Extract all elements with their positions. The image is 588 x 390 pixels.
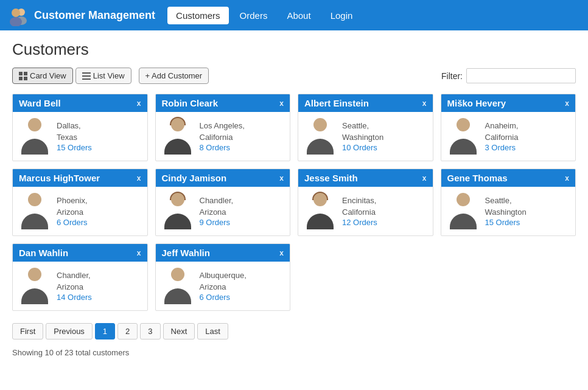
- customer-name: Miško Hevery: [447, 98, 506, 108]
- svg-rect-4: [19, 72, 23, 75]
- add-customer-button[interactable]: + Add Customer: [139, 68, 209, 84]
- close-icon[interactable]: x: [137, 249, 141, 257]
- customer-card: Cindy Jamison x Chandler,Arizona 9 Order…: [155, 169, 291, 236]
- nav-about[interactable]: About: [278, 7, 319, 24]
- customer-orders[interactable]: 6 Orders: [57, 218, 141, 227]
- avatar: [19, 118, 51, 155]
- filter-label: Filter:: [441, 71, 463, 81]
- customer-name: Gene Thomas: [447, 173, 508, 183]
- customer-orders[interactable]: 15 Orders: [57, 143, 141, 152]
- customer-card: Miško Hevery x Anaheim,California 3 Orde…: [441, 94, 576, 161]
- svg-rect-8: [82, 72, 91, 74]
- card-body: Encinitas,California 12 Orders: [298, 187, 433, 235]
- customer-orders[interactable]: 14 Orders: [57, 293, 141, 302]
- prev-page-button[interactable]: Previous: [46, 323, 93, 340]
- pagination: First Previous 1 2 3 Next Last: [12, 323, 576, 340]
- list-icon: [82, 72, 91, 80]
- customer-name: Ward Bell: [19, 98, 61, 108]
- close-icon[interactable]: x: [565, 174, 569, 183]
- list-view-button[interactable]: List View: [75, 68, 131, 84]
- page-2-button[interactable]: 2: [117, 323, 138, 340]
- customer-orders[interactable]: 9 Orders: [200, 218, 284, 227]
- card-header: Ward Bell x: [13, 94, 147, 112]
- card-view-button[interactable]: Card View: [12, 68, 73, 84]
- card-header: Gene Thomas x: [441, 169, 576, 187]
- last-page-button[interactable]: Last: [197, 323, 228, 340]
- close-icon[interactable]: x: [422, 99, 427, 108]
- customer-info: Chandler,Arizona 9 Orders: [200, 195, 284, 226]
- svg-rect-5: [24, 72, 27, 75]
- avatar: [19, 268, 51, 304]
- customer-location: Dallas,Texas: [57, 120, 141, 142]
- page-title: Customers: [12, 40, 576, 59]
- avatar: [162, 268, 194, 304]
- customer-card: Albert Einstein x Seattle,Washington 10 …: [298, 94, 433, 161]
- svg-rect-6: [19, 77, 23, 80]
- close-icon[interactable]: x: [422, 174, 427, 183]
- card-body: Los Angeles,California 8 Orders: [156, 112, 290, 161]
- app-title: Customer Management: [34, 9, 155, 22]
- customer-orders[interactable]: 8 Orders: [200, 143, 284, 152]
- nav-customers[interactable]: Customers: [167, 7, 229, 24]
- customer-card: Gene Thomas x Seattle,Washington 15 Orde…: [441, 169, 576, 236]
- card-body: Albuquerque,Arizona 6 Orders: [156, 262, 290, 310]
- svg-rect-7: [24, 77, 27, 80]
- customer-location: Albuquerque,Arizona: [200, 270, 284, 292]
- card-body: Chandler,Arizona 9 Orders: [156, 187, 290, 235]
- card-body: Phoenix,Arizona 6 Orders: [13, 187, 147, 235]
- customer-card: Ward Bell x Dallas,Texas 15 Orders: [12, 94, 148, 161]
- customer-info: Albuquerque,Arizona 6 Orders: [200, 270, 284, 301]
- navbar: Customer Management Customers Orders Abo…: [0, 0, 588, 30]
- card-header: Jesse Smith x: [298, 169, 433, 187]
- customer-card: Jeff Wahlin x Albuquerque,Arizona 6 Orde…: [155, 243, 291, 311]
- svg-point-2: [12, 9, 20, 17]
- card-body: Dallas,Texas 15 Orders: [13, 112, 147, 161]
- page-content: Customers Card View List View + Add Cust…: [0, 30, 588, 367]
- customer-orders[interactable]: 10 Orders: [342, 143, 427, 152]
- customer-card: Marcus HighTower x Phoenix,Arizona 6 Ord…: [12, 169, 148, 236]
- nav-login[interactable]: Login: [322, 7, 362, 24]
- card-header: Miško Hevery x: [441, 94, 576, 112]
- customer-orders[interactable]: 12 Orders: [342, 218, 427, 227]
- customer-card: Dan Wahlin x Chandler,Arizona 14 Orders: [12, 243, 148, 311]
- customer-location: Seattle,Washington: [485, 195, 570, 217]
- customer-orders[interactable]: 15 Orders: [485, 218, 570, 227]
- customer-info: Encinitas,California 12 Orders: [342, 195, 427, 226]
- next-page-button[interactable]: Next: [163, 323, 195, 340]
- customer-name: Marcus HighTower: [19, 173, 100, 183]
- card-header: Jeff Wahlin x: [156, 244, 290, 262]
- page-1-button[interactable]: 1: [95, 323, 115, 340]
- card-header: Marcus HighTower x: [13, 169, 147, 187]
- customer-name: Cindy Jamison: [162, 173, 227, 183]
- close-icon[interactable]: x: [137, 174, 141, 183]
- svg-rect-10: [82, 78, 91, 80]
- status-text: Showing 10 of 23 total customers: [12, 348, 576, 357]
- filter-section: Filter:: [441, 68, 576, 83]
- customer-info: Seattle,Washington 10 Orders: [342, 120, 427, 151]
- close-icon[interactable]: x: [279, 249, 284, 257]
- customer-card: Robin Cleark x Los Angeles,California 8 …: [155, 94, 291, 161]
- avatar: [304, 193, 336, 229]
- grid-icon: [19, 72, 27, 80]
- close-icon[interactable]: x: [279, 99, 284, 108]
- nav-links: Customers Orders About Login: [167, 7, 361, 24]
- close-icon[interactable]: x: [279, 174, 284, 183]
- customer-orders[interactable]: 6 Orders: [200, 293, 284, 302]
- customer-info: Phoenix,Arizona 6 Orders: [57, 195, 141, 226]
- customer-orders[interactable]: 3 Orders: [485, 143, 570, 152]
- page-3-button[interactable]: 3: [140, 323, 160, 340]
- card-header: Dan Wahlin x: [13, 244, 147, 262]
- nav-orders[interactable]: Orders: [231, 7, 276, 24]
- customer-card: Jesse Smith x Encinitas,California 12 Or…: [298, 169, 433, 236]
- customer-info: Los Angeles,California 8 Orders: [200, 120, 284, 151]
- card-body: Seattle,Washington 15 Orders: [441, 187, 576, 235]
- customer-location: Seattle,Washington: [342, 120, 427, 142]
- card-body: Anaheim,California 3 Orders: [441, 112, 576, 161]
- card-body: Chandler,Arizona 14 Orders: [13, 262, 147, 310]
- card-header: Albert Einstein x: [298, 94, 433, 112]
- avatar: [19, 193, 51, 229]
- close-icon[interactable]: x: [137, 99, 141, 108]
- close-icon[interactable]: x: [565, 99, 569, 108]
- filter-input[interactable]: [466, 68, 576, 83]
- first-page-button[interactable]: First: [12, 323, 43, 340]
